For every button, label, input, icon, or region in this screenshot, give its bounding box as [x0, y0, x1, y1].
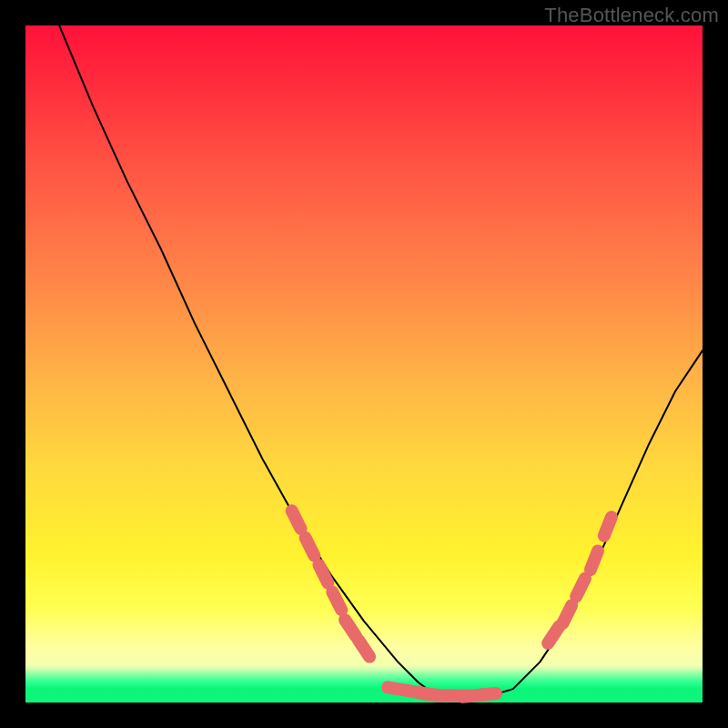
marker-left-cluster [306, 538, 315, 556]
marker-left-cluster [359, 640, 369, 656]
plot-area [25, 25, 703, 703]
marker-right-cluster [576, 579, 585, 597]
chart-frame: TheBottleneck.com [0, 0, 728, 728]
watermark-text: TheBottleneck.com [544, 4, 719, 27]
marker-floor-cluster [476, 693, 496, 695]
marker-right-cluster [562, 605, 571, 623]
marker-right-cluster [604, 517, 612, 536]
marker-left-cluster [345, 620, 356, 636]
bottleneck-curve [59, 25, 703, 699]
marker-left-cluster [332, 592, 341, 611]
marker-right-cluster [591, 551, 598, 571]
curve-layer [25, 25, 703, 703]
marker-right-cluster [548, 626, 559, 642]
marker-left-cluster [292, 511, 301, 529]
marker-left-cluster [318, 565, 328, 583]
